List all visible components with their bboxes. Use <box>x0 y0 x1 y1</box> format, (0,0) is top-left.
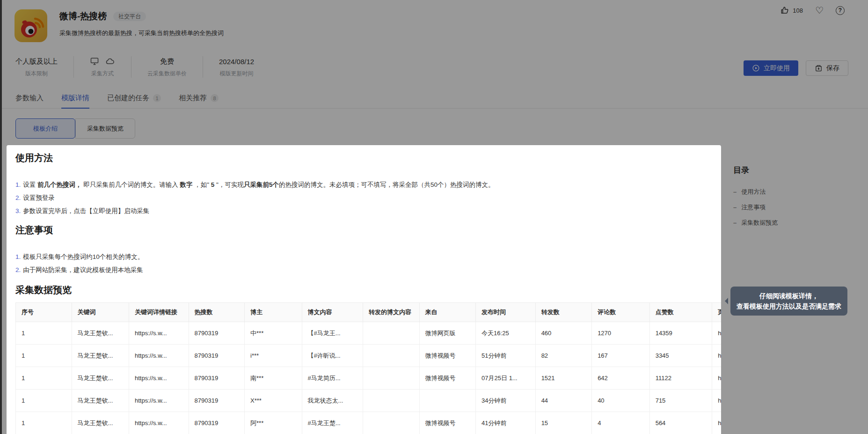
heart-icon: ♡ <box>815 6 824 15</box>
column-header: 点赞数 <box>649 303 712 322</box>
table-cell: 微博视频号 <box>419 412 476 434</box>
table-header-row: 序号关键词关键词详情链接热搜数博主博文内容转发的博文内容来自发布时间转发数评论数… <box>16 303 722 322</box>
table-cell: 8790319 <box>189 367 245 390</box>
toc-dash-icon: – <box>733 188 737 196</box>
meta-collect-mode: 采集方式 <box>74 56 131 78</box>
table-cell: h <box>712 367 721 390</box>
table-cell: 1 <box>16 345 72 367</box>
play-circle-icon <box>752 64 760 72</box>
table-cell: 1 <box>16 412 72 434</box>
notes-item: 2.由于网站防采集，建议此模板使用本地采集 <box>15 266 721 274</box>
table-cell: https://s.w... <box>129 367 189 390</box>
table-cell: 8790319 <box>189 322 245 345</box>
tab-created-tasks[interactable]: 已创建的任务 1 <box>107 94 161 108</box>
template-intro-panel: 使用方法 1.设置 前几个热搜词， 即只采集前几个词的博文。请输入 数字 ，如"… <box>7 145 721 434</box>
table-cell: https://s.w... <box>129 390 189 412</box>
use-now-button[interactable]: 立即使用 <box>744 60 798 76</box>
table-cell: 微博网页版 <box>419 322 476 345</box>
table-cell: 8790319 <box>189 345 245 367</box>
toc-item[interactable]: –使用方法 <box>733 188 778 196</box>
tab-template-details[interactable]: 模版详情 <box>61 94 89 108</box>
table-cell: 1 <box>16 322 72 345</box>
like-count: 108 <box>793 7 803 14</box>
thumbs-up-icon <box>780 6 789 15</box>
tooltip-line2: 查看模板使用方法以及是否满足需求 <box>736 301 842 311</box>
tour-tooltip: 仔细阅读模板详情， 查看模板使用方法以及是否满足需求 <box>730 287 847 316</box>
table-row: 1马龙王楚钦...https://s.w...8790319i***【#许昕说.… <box>16 345 722 367</box>
tab-recommendations[interactable]: 相关推荐 8 <box>179 94 219 108</box>
column-header: 关键词详情链接 <box>129 303 189 322</box>
table-cell <box>419 390 476 412</box>
table-cell: h <box>712 390 721 412</box>
meta-version: 个人版及以上 版本限制 <box>15 56 74 78</box>
table-cell: h <box>712 345 721 367</box>
category-badge: 社交平台 <box>113 12 146 21</box>
toc-dash-icon: – <box>733 203 737 212</box>
recommendations-count: 8 <box>211 94 219 102</box>
preview-heading: 采集数据预览 <box>15 284 721 296</box>
weibo-logo-icon <box>15 9 47 42</box>
subtab-template-intro[interactable]: 模板介绍 <box>15 118 75 139</box>
table-cell: 07月25日 1... <box>476 367 536 390</box>
usage-item: 1.设置 前几个热搜词， 即只采集前几个词的博文。请输入 数字 ，如" 5 "，… <box>15 181 721 189</box>
table-cell <box>363 367 420 390</box>
table-cell: https://s.w... <box>129 345 189 367</box>
main-tabs: 参数输入 模版详情 已创建的任务 1 相关推荐 8 <box>0 94 868 109</box>
question-icon: ? <box>836 6 845 15</box>
table-cell: 3345 <box>649 345 712 367</box>
table-cell: 14359 <box>649 322 712 345</box>
app-description: 采集微博热搜榜的最新热搜，可采集当前热搜榜单的全热搜词 <box>59 29 224 37</box>
toc-sidebar: 目录 –使用方法–注意事项–采集数据预览 <box>733 165 778 234</box>
table-cell: 1521 <box>535 367 592 390</box>
table-cell: 41分钟前 <box>476 412 536 434</box>
save-button[interactable]: 保存 <box>806 60 848 76</box>
toc-item[interactable]: –采集数据预览 <box>733 219 778 227</box>
table-cell: h <box>712 412 721 434</box>
table-cell: 40 <box>592 390 650 412</box>
table-cell: 642 <box>592 367 650 390</box>
table-cell: 南*** <box>245 367 302 390</box>
tab-parameter-input[interactable]: 参数输入 <box>15 94 44 108</box>
cloud-icon <box>105 57 115 66</box>
table-cell: 11122 <box>649 367 712 390</box>
notes-heading: 注意事项 <box>15 224 721 236</box>
usage-list: 1.设置 前几个热搜词， 即只采集前几个词的博文。请输入 数字 ，如" 5 "，… <box>15 181 721 215</box>
table-cell: 8790319 <box>189 390 245 412</box>
favorite-button[interactable]: ♡ <box>815 6 824 15</box>
notes-list: 1.模板只采集每个热搜词约10个相关的博文。2.由于网站防采集，建议此模板使用本… <box>15 253 721 274</box>
template-meta: 个人版及以上 版本限制 采集方式 免费 云采集数据单价 2024/08/12 模… <box>15 56 270 78</box>
like-button[interactable]: 108 <box>780 6 803 15</box>
table-cell: 阿*** <box>245 412 302 434</box>
table-row: 1马龙王楚钦...https://s.w...8790319南***#马龙简历.… <box>16 367 722 390</box>
usage-item: 2.设置预登录 <box>15 194 721 202</box>
table-row: 1马龙王楚钦...https://s.w...8790319X***我龙状态太.… <box>16 390 722 412</box>
tooltip-line1: 仔细阅读模板详情， <box>736 291 842 301</box>
tooltip-arrow-icon <box>725 298 728 304</box>
column-header: 转发的博文内容 <box>363 303 420 322</box>
save-icon <box>815 64 823 72</box>
toc-dash-icon: – <box>733 219 737 227</box>
table-cell: 马龙王楚钦... <box>72 412 129 434</box>
table-cell: 8790319 <box>189 412 245 434</box>
table-row: 1马龙王楚钦...https://s.w...8790319中***【#马龙王.… <box>16 322 722 345</box>
subtab-data-preview[interactable]: 采集数据预览 <box>75 118 135 139</box>
table-cell: 1270 <box>592 322 650 345</box>
toc-item[interactable]: –注意事项 <box>733 203 778 212</box>
column-header: 发布时间 <box>476 303 536 322</box>
table-cell: h <box>712 322 721 345</box>
table-cell: 564 <box>649 412 712 434</box>
created-tasks-count: 1 <box>153 94 161 102</box>
table-cell <box>363 322 420 345</box>
preview-table-wrap: 序号关键词关键词详情链接热搜数博主博文内容转发的博文内容来自发布时间转发数评论数… <box>15 302 721 434</box>
column-header: 热搜数 <box>189 303 245 322</box>
table-cell: 马龙王楚钦... <box>72 345 129 367</box>
help-button[interactable]: ? <box>836 6 845 15</box>
table-cell <box>363 412 420 434</box>
table-cell: https://s.w... <box>129 322 189 345</box>
column-header: 博文内容 <box>302 303 363 322</box>
page-title: 微博-热搜榜 <box>59 10 107 22</box>
table-cell: 【#马龙王... <box>302 322 363 345</box>
table-cell: 马龙王楚钦... <box>72 322 129 345</box>
table-cell: 1 <box>16 390 72 412</box>
table-cell: 51分钟前 <box>476 345 536 367</box>
